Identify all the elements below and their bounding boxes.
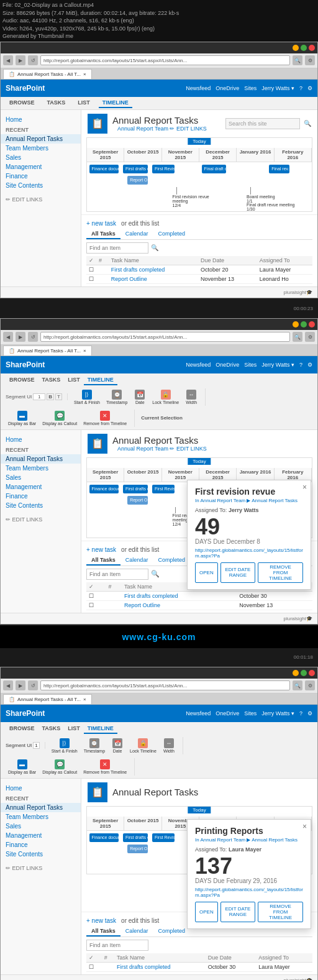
nav-sites-2[interactable]: Sites (244, 362, 257, 368)
callout-url-2[interactable]: http://report.globalmantics.com/_layouts… (195, 887, 303, 898)
tab-close-icon[interactable]: × (83, 71, 86, 77)
sidebar-annual-3[interactable]: Annual Report Tasks (1, 803, 81, 812)
tab-list-3[interactable]: LIST (64, 724, 84, 734)
minimize-button[interactable] (293, 45, 299, 51)
sidebar-item-site-contents[interactable]: Site Contents (1, 181, 81, 190)
callout-close-1[interactable]: × (302, 483, 307, 492)
btn-remove-timeline[interactable]: ✕ Remove from Timeline (81, 410, 129, 427)
view-completed-2[interactable]: Completed (153, 556, 190, 566)
search-3[interactable]: 🔍 (293, 680, 302, 690)
tab-tasks-3[interactable]: TASKS (39, 724, 65, 734)
check-2b[interactable]: ☐ (86, 600, 106, 610)
search-icon-2[interactable]: 🔍 (293, 332, 302, 342)
nav-newsfeed[interactable]: Newsfeed (186, 85, 211, 91)
btn-timestamp[interactable]: ⌚ Timestamp (104, 388, 130, 406)
bar-drafts-2[interactable]: First drafts completed (123, 485, 148, 493)
task-name-2[interactable]: Report Outline (109, 274, 198, 283)
bar-rev-3[interactable]: First Revision (152, 833, 175, 842)
forward-button[interactable]: ▶ (16, 55, 25, 65)
max-btn-3[interactable] (301, 670, 307, 676)
task-check-1[interactable]: ☐ (86, 265, 96, 274)
bar-first-revision[interactable]: First Revision (152, 165, 175, 173)
refresh-btn-2[interactable]: ↺ (28, 332, 38, 342)
view-all-tasks-2[interactable]: All Tasks (86, 556, 120, 566)
nav-onedrive[interactable]: OneDrive (216, 85, 239, 91)
btn-lock-3[interactable]: 🔒 Lock Timeline (127, 737, 159, 754)
callout-remove-btn-1[interactable]: REMOVE FROM TIMELINE (258, 562, 303, 583)
name-2a[interactable]: First drafts completed (122, 591, 237, 600)
close-btn-3[interactable] (309, 670, 315, 676)
nav-user[interactable]: Jerry Watts ▾ (261, 85, 294, 91)
nav-newsfeed-3[interactable]: Newsfeed (186, 710, 211, 717)
view-comp-3[interactable]: Completed (153, 927, 190, 936)
sidebar-edit-links[interactable]: ✏ EDIT LINKS (1, 195, 81, 204)
segment-input[interactable]: 1 (33, 393, 45, 400)
callout-edit-2[interactable]: EDIT DATE RANGE (220, 902, 255, 922)
sidebar-team-2[interactable]: Team Members (1, 464, 81, 473)
tab-browse[interactable]: BROWSE (6, 98, 39, 108)
bar-report-outline[interactable]: Report Outline (127, 176, 148, 185)
nav-newsfeed-2[interactable]: Newsfeed (186, 362, 211, 368)
tab-timeline[interactable]: TIMELINE (99, 98, 132, 108)
segment-bold[interactable]: B (47, 393, 54, 400)
new-task-link[interactable]: + new task (86, 220, 116, 227)
task-check-2[interactable]: ☐ (86, 274, 96, 283)
view-all-3[interactable]: All Tasks (86, 927, 120, 936)
sidebar-home-2[interactable]: Home (1, 435, 81, 444)
bar-finance-2[interactable]: Finance documents completed (89, 485, 119, 493)
sidebar-edit-2[interactable]: ✏ EDIT LINKS (1, 515, 81, 524)
btn-remove-3[interactable]: ✕ Remove from Timeline (81, 758, 129, 776)
sidebar-item-finance[interactable]: Finance (1, 172, 81, 181)
address-bar[interactable]: http://report.globalmantics.com/layouts/… (40, 55, 290, 65)
name-2b[interactable]: Report Outline (122, 600, 237, 610)
view-tab-all-tasks[interactable]: All Tasks (86, 229, 120, 239)
name-3a[interactable]: First drafts completed (114, 962, 206, 971)
callout-open-2[interactable]: OPEN (195, 902, 218, 922)
view-cal-3[interactable]: Calendar (120, 927, 153, 936)
fwd-3[interactable]: ▶ (16, 680, 25, 690)
callout-remove-2[interactable]: REMOVE FROM TIMELINE (258, 902, 303, 922)
find-item-input[interactable] (86, 242, 148, 254)
site-search-bar[interactable]: Search this site (225, 118, 300, 129)
tab-timeline-2[interactable]: TIMELINE (84, 375, 117, 385)
tab-close-2[interactable]: × (83, 348, 86, 354)
btn-callout-3[interactable]: 💬 Display as Callout (40, 758, 80, 776)
bar-revision-2[interactable]: First Revision (152, 485, 175, 493)
nav-sites-3[interactable]: Sites (244, 710, 257, 717)
tab-browse-2[interactable]: BROWSE (6, 375, 39, 385)
nav-user-2[interactable]: Jerry Watts ▾ (261, 362, 294, 368)
nav-help-3[interactable]: ? (299, 710, 302, 717)
sidebar-sales-3[interactable]: Sales (1, 822, 81, 831)
address-3[interactable]: http://report.globalmantics.com/layouts/… (40, 680, 290, 690)
callout-edit-date-btn-1[interactable]: EDIT DATE RANGE (220, 562, 255, 583)
sidebar-edit-3[interactable]: ✏ EDIT LINKS (1, 864, 81, 872)
find-item-3[interactable] (86, 940, 148, 951)
edit-links-2[interactable]: Annual Report Team ✏ EDIT LINKS (117, 446, 207, 452)
sidebar-sales-2[interactable]: Sales (1, 473, 81, 482)
sidebar-home-3[interactable]: Home (1, 784, 81, 793)
back-button[interactable]: ◀ (3, 55, 13, 65)
tab-tasks-2[interactable]: TASKS (39, 375, 65, 385)
callout-subtitle-1[interactable]: In Annual Report Team ▶ Annual Report Ta… (195, 498, 303, 503)
check-3a[interactable]: ☐ (86, 962, 102, 971)
sidebar-mgmt-2[interactable]: Management (1, 482, 81, 492)
bar-first-drafts[interactable]: First drafts completed (123, 165, 148, 173)
bar-finance-docs[interactable]: Finance documents completed (89, 165, 119, 173)
settings-icon[interactable]: ⚙ (305, 55, 315, 65)
nav-settings-3[interactable]: ⚙ (307, 710, 312, 717)
close-button[interactable] (309, 45, 315, 51)
bar-final-rev[interactable]: Final rev. (269, 165, 289, 173)
view-tab-calendar[interactable]: Calendar (120, 229, 153, 239)
segment-t[interactable]: T (55, 393, 62, 400)
btn-width[interactable]: ↔ Width (183, 388, 200, 406)
sidebar-item-management[interactable]: Management (1, 162, 81, 172)
min-btn-3[interactable] (293, 670, 299, 676)
seg-input-3[interactable]: 1 (33, 742, 39, 749)
btn-bar-3[interactable]: ▬ Display as Bar (6, 758, 39, 776)
sidebar-site-3[interactable]: Site Contents (1, 849, 81, 859)
callout-subtitle-2[interactable]: In Annual Report Team ▶ Annual Report Ta… (195, 837, 303, 843)
active-tab-2[interactable]: 📋 Annual Report Tasks - All T... × (3, 346, 92, 355)
maximize-button-2[interactable] (301, 321, 307, 327)
tab-list-2[interactable]: LIST (64, 375, 84, 385)
search-icon[interactable]: 🔍 (293, 55, 302, 65)
